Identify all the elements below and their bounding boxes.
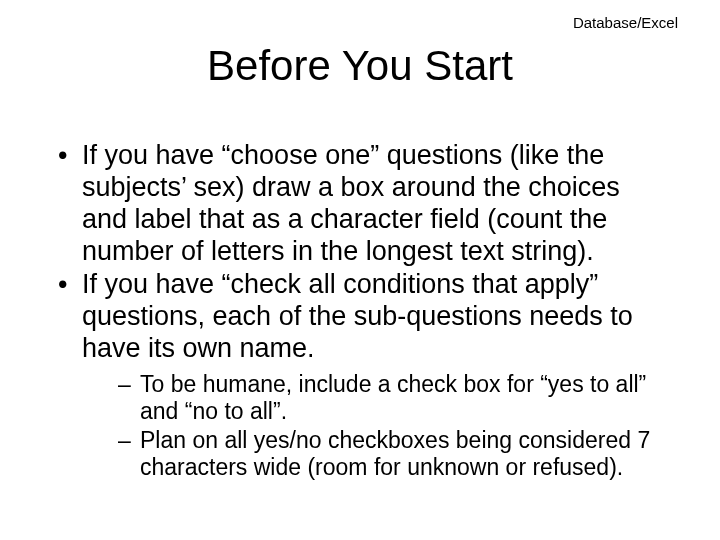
bullet-text: To be humane, include a check box for “y…	[140, 371, 646, 424]
slide: Database/Excel Before You Start If you h…	[0, 0, 720, 540]
list-item: Plan on all yes/no checkboxes being cons…	[116, 427, 666, 481]
header-label: Database/Excel	[573, 14, 678, 31]
sub-bullet-list: To be humane, include a check box for “y…	[82, 371, 666, 482]
slide-body: If you have “choose one” questions (like…	[54, 140, 666, 484]
bullet-text: If you have “check all conditions that a…	[82, 269, 633, 363]
list-item: If you have “choose one” questions (like…	[54, 140, 666, 267]
list-item: To be humane, include a check box for “y…	[116, 371, 666, 425]
bullet-text: If you have “choose one” questions (like…	[82, 140, 620, 266]
bullet-text: Plan on all yes/no checkboxes being cons…	[140, 427, 650, 480]
list-item: If you have “check all conditions that a…	[54, 269, 666, 481]
bullet-list: If you have “choose one” questions (like…	[54, 140, 666, 482]
slide-title: Before You Start	[0, 42, 720, 90]
